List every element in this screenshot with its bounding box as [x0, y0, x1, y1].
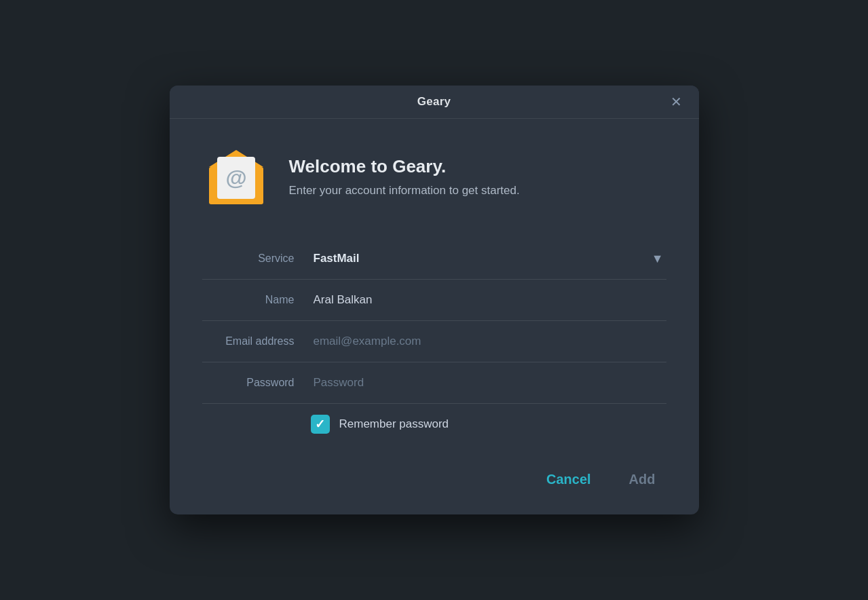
form-section: Service FastMail ▼ Name Email address Pa…	[202, 238, 666, 445]
name-input[interactable]	[311, 288, 666, 312]
add-button[interactable]: Add	[618, 466, 666, 493]
button-row: Cancel Add	[202, 450, 666, 493]
svg-text:@: @	[225, 166, 246, 190]
password-row: Password	[202, 362, 666, 404]
checkbox-checked-icon: ✓	[311, 415, 330, 434]
password-label: Password	[202, 377, 311, 389]
welcome-subtext: Enter your account information to get st…	[289, 183, 520, 199]
window-title: Geary	[417, 95, 451, 109]
titlebar: Geary ✕	[170, 86, 699, 119]
remember-password-label: Remember password	[339, 417, 449, 431]
name-label: Name	[202, 294, 311, 306]
email-row: Email address	[202, 321, 666, 362]
welcome-heading: Welcome to Geary.	[289, 156, 520, 177]
welcome-section: @ Welcome to Geary. Enter your account i…	[202, 143, 666, 211]
email-envelope-icon: @	[202, 143, 270, 211]
remember-password-checkbox[interactable]: ✓ Remember password	[311, 415, 449, 434]
chevron-down-icon: ▼	[652, 252, 664, 266]
cancel-button[interactable]: Cancel	[535, 466, 602, 493]
password-input[interactable]	[311, 371, 666, 395]
name-row: Name	[202, 280, 666, 321]
checkmark-icon: ✓	[315, 418, 325, 430]
email-label: Email address	[202, 335, 311, 348]
close-icon: ✕	[671, 94, 682, 110]
service-dropdown[interactable]: FastMail ▼	[311, 246, 666, 271]
service-value: FastMail	[311, 246, 652, 271]
welcome-text: Welcome to Geary. Enter your account inf…	[289, 156, 520, 199]
service-row: Service FastMail ▼	[202, 238, 666, 280]
dialog-body: @ Welcome to Geary. Enter your account i…	[170, 119, 699, 514]
service-label: Service	[202, 252, 311, 265]
email-input[interactable]	[311, 329, 666, 354]
dialog-window: Geary ✕ @ Welcome to Geary. Enter your a…	[170, 86, 699, 514]
close-button[interactable]: ✕	[666, 92, 687, 112]
remember-password-row: ✓ Remember password	[311, 404, 666, 445]
